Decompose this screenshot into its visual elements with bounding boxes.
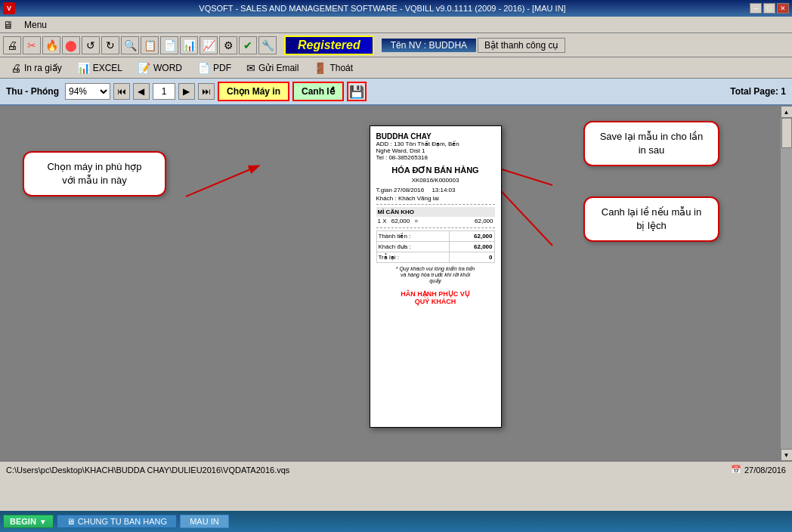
close-button[interactable]: ✕ [777, 3, 789, 14]
menu-item-menu[interactable]: Menu [18, 18, 53, 32]
receipt-khach-dua-value: 62,000 [450, 242, 494, 252]
toolbar-btn-3[interactable]: 🔥 [42, 36, 60, 54]
receipt-item-name: MÌ CĂN KHO [378, 209, 414, 215]
calendar-icon: 📅 [731, 465, 741, 475]
email-label: Gửi Email [258, 63, 299, 73]
pdf-button[interactable]: 📄 PDF [193, 60, 236, 76]
zoom-select[interactable]: 94% 100% 75% 50% [65, 83, 110, 100]
menu-bar: 🖥 Menu [0, 17, 792, 33]
receipt-item-detail: 1 X 62,000 = 62,000 [376, 217, 495, 225]
canh-le-button[interactable]: Canh lề [292, 82, 344, 101]
receipt-khach-line: Khách : Khách Vãng lai [376, 195, 495, 202]
begin-arrow-icon: ▼ [39, 518, 47, 526]
receipt-divider-2 [376, 227, 495, 228]
vertical-scrollbar[interactable]: ▲ ▼ [780, 106, 792, 461]
toolbar-btn-4[interactable]: ⬤ [62, 36, 80, 54]
preview-content[interactable]: Chọn máy in phù hợpvới mẫu in này Save l… [0, 106, 780, 461]
receipt-tgian: T.gian 27/08/2016 13:14:03 [376, 187, 495, 193]
page-input[interactable] [153, 83, 175, 100]
receipt-tgian-date: 27/08/2016 [394, 187, 424, 193]
word-label: WORD [153, 63, 182, 73]
taskbar: BEGIN ▼ 🖥 CHUNG TU BAN HANG MAU IN [0, 511, 792, 532]
receipt-code: XK0816/K000003 [376, 177, 495, 184]
scroll-thumb[interactable] [781, 118, 792, 148]
chon-may-button[interactable]: Chọn Máy in [218, 82, 289, 101]
toolbar-btn-6[interactable]: ↻ [101, 36, 119, 54]
receipt-tra-lai-label: Trả lại : [376, 252, 450, 263]
receipt-address-2: Nghé Ward, Dist 1 [376, 147, 495, 154]
last-page-button[interactable]: ⏭ [198, 83, 215, 100]
toolbar-btn-14[interactable]: 🔧 [258, 36, 277, 54]
save-button[interactable]: 💾 [347, 82, 367, 101]
receipt-title: HÓA ĐƠN BÁN HÀNG [376, 165, 495, 175]
save-lai-callout-text: Save lại mẫu in cho lầnin sau [600, 131, 704, 156]
receipt-tel: Tel : 08-385265318 [376, 154, 495, 161]
status-date-value: 27/08/2016 [744, 466, 786, 475]
main-preview-area: Chọn máy in phù hợpvới mẫu in này Save l… [0, 106, 792, 461]
begin-label: BEGIN [10, 517, 36, 526]
receipt-item-qty-price: 1 X 62,000 = [378, 218, 419, 224]
print-icon: 🖨 [11, 62, 21, 74]
receipt-divider-1 [376, 204, 495, 205]
receipt-khach-dua-row: Khách đưa : 62,000 [376, 242, 494, 252]
receipt-thanh-tien-row: Thành tiền : 62,000 [376, 231, 494, 242]
chung-tu-label: CHUNG TU BAN HANG [78, 517, 167, 526]
status-date: 📅 27/08/2016 [731, 465, 786, 475]
main-toolbar: 🖨 ✂ 🔥 ⬤ ↺ ↻ 🔍 📋 📄 📊 📈 ⚙ ✔ 🔧 Registered T… [0, 33, 792, 57]
bat-thanh-button[interactable]: Bật thanh công cụ [478, 38, 565, 53]
app-logo-icon: 🖥 [3, 19, 14, 31]
scroll-track[interactable] [781, 118, 793, 449]
window-title: VQSOFT - SALES AND MANAGEMENT SOFTWARE -… [15, 4, 750, 13]
receipt-tra-lai-value: 0 [450, 252, 494, 263]
print-paper-label: In ra giấy [24, 63, 62, 73]
word-button[interactable]: 📝 WORD [133, 60, 187, 76]
toolbar-btn-7[interactable]: 🔍 [121, 36, 139, 54]
total-page-label: Total Page: 1 [730, 86, 786, 97]
pdf-icon: 📄 [197, 62, 210, 74]
toolbar-btn-9[interactable]: 📄 [160, 36, 178, 54]
chung-tu-taskbar-item[interactable]: 🖥 CHUNG TU BAN HANG [57, 515, 177, 528]
excel-button[interactable]: 📊 EXCEL [73, 60, 127, 76]
toolbar-btn-8[interactable]: 📋 [141, 36, 159, 54]
prev-page-button[interactable]: ◀ [133, 83, 150, 100]
receipt-khach-label: Khách : [376, 195, 397, 202]
toolbar-btn-12[interactable]: ⚙ [219, 36, 237, 54]
first-page-button[interactable]: ⏮ [113, 83, 130, 100]
word-icon: 📝 [138, 62, 150, 74]
registered-banner: Registered [284, 36, 374, 55]
scroll-down-button[interactable]: ▼ [781, 449, 793, 461]
status-bar: C:\Users\pc\Desktop\KHACH\BUDDA CHAY\DUL… [0, 461, 792, 478]
toolbar-btn-10[interactable]: 📊 [180, 36, 198, 54]
print-paper-button[interactable]: 🖨 In ra giấy [6, 60, 67, 76]
toolbar-btn-1[interactable]: 🖨 [3, 36, 21, 54]
save-lai-callout: Save lại mẫu in cho lầnin sau [583, 121, 719, 166]
email-icon: ✉ [246, 62, 255, 74]
minimize-button[interactable]: ─ [750, 3, 762, 14]
exit-button[interactable]: 🚪 Thoát [309, 60, 357, 76]
print-toolbar: 🖨 In ra giấy 📊 EXCEL 📝 WORD 📄 PDF ✉ Gửi … [0, 57, 792, 79]
toolbar-btn-5[interactable]: ↺ [82, 36, 100, 54]
scroll-up-button[interactable]: ▲ [781, 106, 793, 118]
mau-in-taskbar-item[interactable]: MAU IN [180, 515, 229, 528]
receipt-thanh-tien-value: 62,000 [450, 231, 494, 242]
chung-tu-icon: 🖥 [67, 517, 75, 526]
receipt-item-total: 62,000 [475, 218, 493, 224]
pdf-label: PDF [213, 63, 231, 73]
receipt-footer: HÂN HẠNH PHỤC VỤQUÝ KHÁCH [376, 290, 495, 305]
toolbar-btn-11[interactable]: 📈 [200, 36, 218, 54]
receipt-note: * Quý khách vui lòng kiểm tra tiền và hà… [376, 266, 495, 284]
thu-phong-label: Thu - Phóng [6, 86, 59, 97]
begin-button[interactable]: BEGIN ▼ [3, 515, 54, 528]
email-button[interactable]: ✉ Gửi Email [242, 60, 303, 76]
receipt-tra-lai-row: Trả lại : 0 [376, 252, 494, 263]
toolbar-btn-13[interactable]: ✔ [239, 36, 257, 54]
next-page-button[interactable]: ▶ [178, 83, 195, 100]
receipt-tgian-time: 13:14:03 [432, 187, 455, 193]
exit-label: Thoát [329, 63, 353, 73]
receipt-khach-value: Khách Vãng lai [398, 195, 439, 202]
excel-label: EXCEL [93, 63, 122, 73]
toolbar-btn-2[interactable]: ✂ [23, 36, 41, 54]
canh-lai-callout-text: Canh lại lề nếu mẫu inbị lệch [602, 206, 701, 231]
maximize-button[interactable]: □ [763, 3, 775, 14]
chon-may-callout: Chọn máy in phù hợpvới mẫu in này [23, 151, 166, 196]
